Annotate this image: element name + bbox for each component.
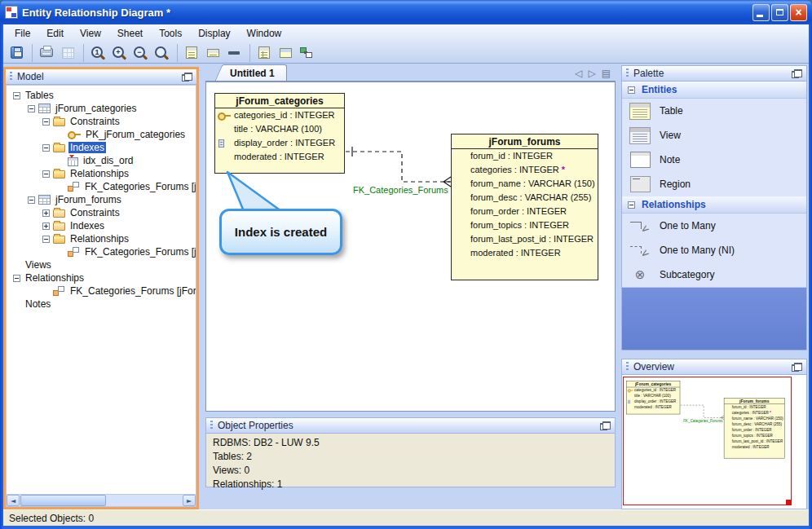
entity-table-jforum-categories[interactable]: jForum_categories categories_id : INTEGE… (214, 93, 345, 174)
tree-item[interactable]: Relationships (7, 271, 196, 284)
tree-expander-icon[interactable] (42, 118, 50, 126)
palette-item[interactable]: Region (622, 172, 806, 196)
tree-item[interactable]: jForum_forums (7, 193, 196, 206)
panel-grip-icon[interactable] (210, 421, 213, 430)
tree-expander-icon[interactable] (13, 92, 20, 99)
menu-item[interactable]: File (7, 25, 38, 42)
save-button[interactable] (7, 44, 26, 62)
maximize-button[interactable] (771, 4, 788, 21)
tree-item[interactable]: Views (7, 258, 196, 271)
tree-item[interactable]: Tables (7, 89, 196, 102)
palette-item[interactable]: One to Many (622, 214, 806, 238)
entity-column-row[interactable]: forum_id : INTEGER (452, 149, 598, 163)
entity-column-row[interactable]: forum_topics : INTEGER (452, 218, 598, 232)
zoom-actual-button[interactable] (83, 44, 108, 62)
menu-item[interactable]: Edit (38, 25, 72, 42)
scroll-left-icon[interactable]: ◄ (7, 495, 20, 506)
tree-item[interactable]: jForum_categories (7, 102, 196, 115)
tree-expander-icon[interactable] (28, 196, 35, 204)
entity-column-row[interactable]: categories : INTEGER* (452, 163, 598, 177)
entity-column-row[interactable]: moderated : INTEGER (215, 150, 344, 164)
scroll-right-icon[interactable]: ► (183, 495, 196, 506)
tree-item[interactable]: idx_dis_ord (7, 154, 196, 167)
entity-column-row[interactable]: display_order : INTEGER (215, 136, 344, 150)
tree-expander-icon[interactable] (42, 209, 50, 217)
panel-grip-icon[interactable] (626, 362, 629, 372)
tab-list-icon[interactable]: ▤ (602, 68, 611, 79)
tree-expander-icon[interactable] (13, 275, 20, 282)
tree-item[interactable]: Constraints (7, 115, 196, 128)
tab-prev-icon[interactable]: ◁ (575, 68, 582, 79)
tree-item[interactable]: PK_jForum_categories (7, 128, 196, 141)
title-bar[interactable]: Entity Relationship Diagram * × (0, 0, 812, 24)
show-columns-button[interactable] (249, 44, 274, 62)
menu-item[interactable]: Sheet (109, 25, 151, 42)
entity-column-row[interactable]: forum_last_post_id : INTEGER (452, 232, 598, 246)
menu-item[interactable]: Window (239, 25, 290, 42)
tree-expander-icon[interactable] (42, 170, 50, 178)
palette-item[interactable]: One to Many (NI) (622, 238, 806, 262)
model-horizontal-scrollbar[interactable]: ◄ ► (6, 494, 196, 507)
tab-next-icon[interactable]: ▷ (588, 68, 595, 79)
tree-item[interactable]: Constraints (7, 206, 196, 219)
tree-expander-icon[interactable] (28, 105, 35, 112)
overview-canvas[interactable]: jForum_categories categories_id : INTEGE… (622, 375, 806, 509)
tree-item[interactable]: FK_Categories_Forums [jForum_ca (7, 284, 196, 298)
menu-item[interactable]: Display (190, 25, 238, 42)
grid-button[interactable] (58, 44, 77, 62)
palette-header[interactable]: Palette (622, 66, 806, 82)
tree-expander-icon[interactable] (42, 144, 50, 152)
callout-bubble[interactable]: Index is created (219, 209, 342, 255)
palette-item[interactable]: Note (622, 148, 806, 172)
tree-expander-icon[interactable] (42, 223, 50, 230)
tree-expander-icon[interactable] (42, 236, 50, 243)
view-detailed-button[interactable] (177, 44, 201, 62)
float-panel-icon[interactable] (182, 73, 192, 82)
tab-untitled-1[interactable]: Untitled 1 (223, 64, 287, 81)
relationship-label[interactable]: FK_Categories_Forums (353, 185, 448, 195)
palette-item[interactable]: Subcategory (622, 262, 806, 287)
scrollbar-thumb[interactable] (20, 495, 106, 506)
zoom-out-button[interactable] (130, 44, 150, 62)
tree-item[interactable]: Relationships (7, 167, 196, 180)
zoom-in-button[interactable] (109, 44, 129, 62)
palette-item[interactable]: View (622, 123, 806, 148)
float-panel-icon[interactable] (792, 363, 802, 372)
menu-item[interactable]: View (72, 25, 109, 42)
entity-column-row[interactable]: forum_desc : VARCHAR (255) (452, 191, 598, 205)
entity-column-row[interactable]: forum_order : INTEGER (452, 205, 598, 218)
overview-viewport-rect[interactable] (623, 377, 792, 505)
entity-column-row[interactable]: title : VARCHAR (100) (215, 122, 344, 136)
panel-grip-icon[interactable] (10, 72, 12, 82)
entity-column-row[interactable]: forum_name : VARCHAR (150) (452, 177, 598, 191)
entity-table-jforum-forums[interactable]: jForum_forums forum_id : INTEGER categor… (451, 134, 598, 280)
view-compact-button[interactable] (203, 44, 223, 62)
view-minimal-button[interactable] (224, 44, 244, 62)
float-panel-icon[interactable] (600, 421, 611, 430)
diagram-canvas[interactable]: jForum_categories categories_id : INTEGE… (205, 82, 616, 412)
collapse-icon[interactable] (628, 86, 635, 94)
panel-grip-icon[interactable] (626, 68, 629, 78)
tree-item[interactable]: Notes (7, 298, 196, 311)
tree-item[interactable]: Indexes (7, 219, 196, 232)
overview-header[interactable]: Overview (622, 359, 806, 375)
menu-item[interactable]: Tools (151, 25, 190, 42)
model-panel-header[interactable]: Model (6, 69, 196, 85)
tree-item[interactable]: FK_Categories_Forums [jFo (7, 180, 196, 193)
float-panel-icon[interactable] (792, 69, 802, 78)
tree-item[interactable]: Indexes (7, 141, 196, 154)
relationships-section-header[interactable]: Relationships (622, 196, 806, 214)
tree-item[interactable]: Relationships (7, 232, 196, 245)
print-button[interactable] (32, 44, 56, 62)
palette-item[interactable]: Table (622, 99, 806, 123)
overview-viewport-handle[interactable] (786, 500, 792, 505)
close-button[interactable]: × (790, 4, 807, 21)
minimize-button[interactable] (752, 4, 770, 21)
auto-layout-button[interactable] (297, 44, 316, 62)
collapse-icon[interactable] (628, 201, 635, 209)
entity-column-row[interactable]: moderated : INTEGER (452, 246, 598, 260)
show-entity-button[interactable] (276, 44, 295, 62)
zoom-tool-button[interactable] (152, 44, 171, 62)
entities-section-header[interactable]: Entities (622, 82, 806, 99)
tree-item[interactable]: FK_Categories_Forums [jFo (7, 245, 196, 258)
